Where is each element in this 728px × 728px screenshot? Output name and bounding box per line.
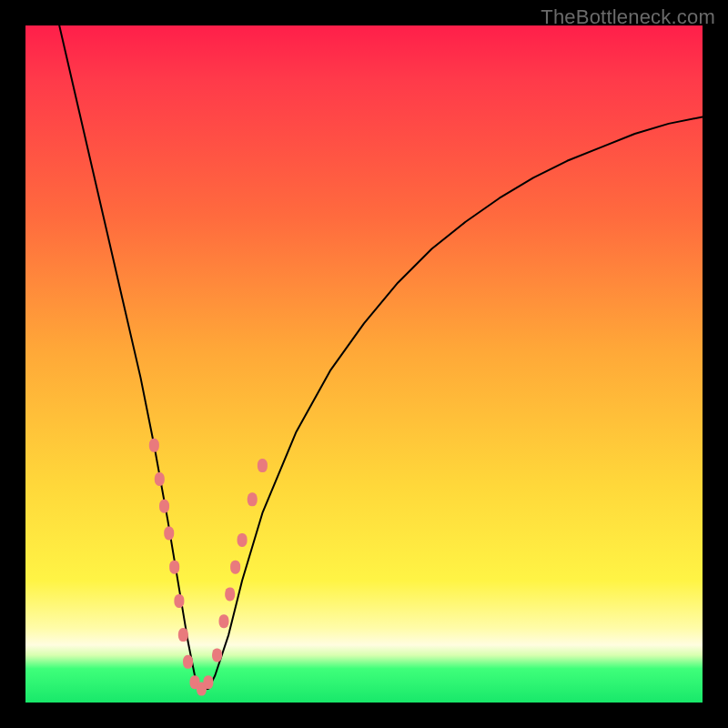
bottleneck-curve xyxy=(59,25,703,689)
marker-point xyxy=(218,614,228,628)
highlighted-points xyxy=(149,439,268,696)
marker-point xyxy=(212,648,222,662)
marker-point xyxy=(225,587,235,601)
plot-area xyxy=(25,25,703,703)
marker-point xyxy=(238,533,248,547)
marker-point xyxy=(248,492,258,506)
marker-point xyxy=(203,675,213,689)
marker-point xyxy=(155,472,165,486)
marker-point xyxy=(169,561,179,574)
outer-frame: TheBottleneck.com xyxy=(0,0,728,728)
marker-point xyxy=(164,527,174,541)
marker-point xyxy=(183,655,193,669)
chart-svg xyxy=(25,25,703,703)
marker-point xyxy=(149,439,159,452)
marker-point xyxy=(178,628,188,642)
marker-point xyxy=(230,561,240,574)
marker-point xyxy=(159,500,169,513)
marker-point xyxy=(174,594,184,608)
curve-line xyxy=(59,25,703,689)
marker-point xyxy=(258,459,268,472)
